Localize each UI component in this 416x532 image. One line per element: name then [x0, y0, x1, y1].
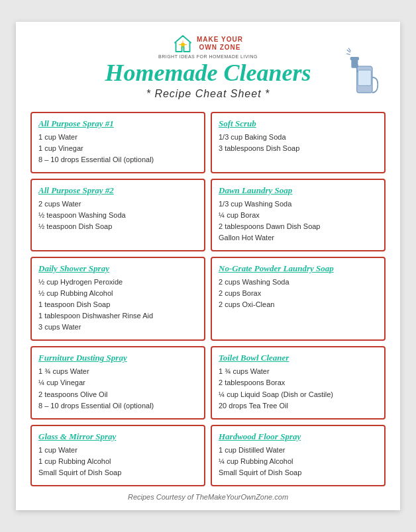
- recipe-ingredient: ½ teaspoon Dish Soap: [38, 221, 197, 232]
- logo-sub: BRIGHT IDEAS FOR HOMEMADE LIVING: [158, 54, 258, 59]
- recipe-title: Dawn Laundry Soap: [219, 185, 378, 196]
- logo-house-icon: [173, 34, 193, 54]
- recipes-grid: All Purpose Spray #11 cup Water1 cup Vin…: [30, 112, 386, 486]
- logo-text: MAKE YOUR OWN ZONE: [197, 36, 243, 52]
- recipe-ingredient: ½ cup Hydrogen Peroxide: [38, 277, 197, 288]
- recipe-ingredient: 1/3 cup Washing Soda: [219, 199, 378, 210]
- recipe-ingredient: 1 tablespoon Dishwasher Rinse Aid: [38, 310, 197, 322]
- spray-bottle-icon: [346, 47, 379, 97]
- recipe-title: Hardwood Floor Spray: [219, 431, 378, 442]
- recipe-ingredient: 1/3 cup Baking Soda: [219, 132, 378, 143]
- recipe-title: Furniture Dusting Spray: [38, 353, 197, 363]
- recipe-ingredient: ¼ cup Liquid Soap (Dish or Castile): [219, 389, 378, 400]
- recipe-ingredient: 1 ¾ cups Water: [38, 366, 197, 377]
- recipe-ingredient: 2 cups Oxi-Clean: [219, 299, 378, 310]
- recipe-card-glass-mirror: Glass & Mirror Spray1 cup Water1 cup Rub…: [30, 425, 205, 486]
- recipe-card-dawn-laundry: Dawn Laundry Soap1/3 cup Washing Soda¼ c…: [211, 179, 386, 251]
- svg-point-8: [181, 43, 185, 47]
- recipe-card-daily-shower: Daily Shower Spray½ cup Hydrogen Peroxid…: [30, 257, 205, 341]
- recipe-ingredient: 1 cup Vinegar: [38, 143, 197, 154]
- recipe-ingredient: 1 cup Water: [38, 445, 197, 456]
- recipe-ingredient: 1 cup Water: [38, 132, 197, 143]
- recipe-card-toilet-bowl: Toilet Bowl Cleaner1 ¾ cups Water2 table…: [211, 346, 386, 419]
- recipe-ingredient: 8 – 10 drops Essential Oil (optional): [38, 154, 197, 165]
- page: MAKE YOUR OWN ZONE BRIGHT IDEAS FOR HOME…: [16, 22, 400, 510]
- recipe-ingredient: 20 drops Tea Tree Oil: [219, 400, 378, 412]
- recipe-ingredient: 1 ¾ cups Water: [219, 366, 378, 377]
- recipe-ingredient: 2 tablespoons Borax: [219, 377, 378, 388]
- recipe-ingredient: 2 tablespoons Dawn Dish Soap: [219, 221, 378, 232]
- recipe-ingredient: ½ teaspoon Washing Soda: [38, 210, 197, 221]
- recipe-ingredient: 2 cups Borax: [219, 288, 378, 299]
- recipe-title: Daily Shower Spray: [38, 263, 197, 274]
- recipe-card-hardwood-floor: Hardwood Floor Spray1 cup Distilled Wate…: [211, 425, 386, 486]
- recipe-title: All Purpose Spray #2: [38, 185, 197, 196]
- recipe-ingredient: Small Squirt of Dish Soap: [219, 467, 378, 478]
- recipe-ingredient: ½ cup Rubbing Alcohol: [38, 288, 197, 299]
- recipe-ingredient: Small Squirt of Dish Soap: [38, 467, 197, 478]
- recipe-ingredient: ¼ cup Rubbing Alcohol: [219, 456, 378, 467]
- recipe-ingredient: 3 tablespoons Dish Soap: [219, 143, 378, 154]
- svg-rect-3: [350, 57, 359, 60]
- recipe-card-soft-scrub: Soft Scrub1/3 cup Baking Soda3 tablespoo…: [211, 112, 386, 173]
- recipe-card-furniture-dusting: Furniture Dusting Spray1 ¾ cups Water¼ c…: [30, 346, 205, 419]
- recipe-title: Glass & Mirror Spray: [38, 431, 197, 442]
- recipe-ingredient: ¼ cup Borax: [219, 210, 378, 221]
- main-title: Homemade Cleaners: [105, 60, 311, 87]
- recipe-ingredient: 1 cup Rubbing Alcohol: [38, 456, 197, 467]
- recipe-ingredient: 1 cup Distilled Water: [219, 445, 378, 456]
- recipe-card-all-purpose-2: All Purpose Spray #22 cups Water½ teaspo…: [30, 179, 205, 251]
- recipe-title: Toilet Bowl Cleaner: [219, 353, 378, 363]
- recipe-ingredient: 2 cups Water: [38, 199, 197, 210]
- recipe-ingredient: ¼ cup Vinegar: [38, 377, 197, 388]
- recipe-card-all-purpose-1: All Purpose Spray #11 cup Water1 cup Vin…: [30, 112, 205, 173]
- recipe-ingredient: 1 teaspoon Dish Soap: [38, 299, 197, 310]
- recipe-title: All Purpose Spray #1: [38, 118, 197, 129]
- recipe-ingredient: 2 teaspoons Olive Oil: [38, 389, 197, 400]
- logo-area: MAKE YOUR OWN ZONE BRIGHT IDEAS FOR HOME…: [158, 34, 258, 59]
- recipe-title: No-Grate Powder Laundry Soap: [219, 263, 378, 274]
- recipe-card-no-grate-powder: No-Grate Powder Laundry Soap2 cups Washi…: [211, 257, 386, 341]
- svg-rect-1: [358, 70, 371, 85]
- logo-house: MAKE YOUR OWN ZONE: [173, 34, 243, 54]
- recipe-title: Soft Scrub: [219, 118, 378, 129]
- header: MAKE YOUR OWN ZONE BRIGHT IDEAS FOR HOME…: [30, 34, 386, 105]
- recipe-ingredient: 8 – 10 drops Essential Oil (optional): [38, 400, 197, 412]
- recipe-ingredient: Gallon Hot Water: [219, 232, 378, 244]
- recipe-ingredient: 2 cups Washing Soda: [219, 277, 378, 288]
- recipe-ingredient: 3 cups Water: [38, 322, 197, 333]
- footer: Recipes Courtesy of TheMakeYourOwnZone.c…: [30, 493, 386, 501]
- sub-title: * Recipe Cheat Sheet *: [146, 88, 270, 100]
- svg-line-5: [346, 54, 350, 55]
